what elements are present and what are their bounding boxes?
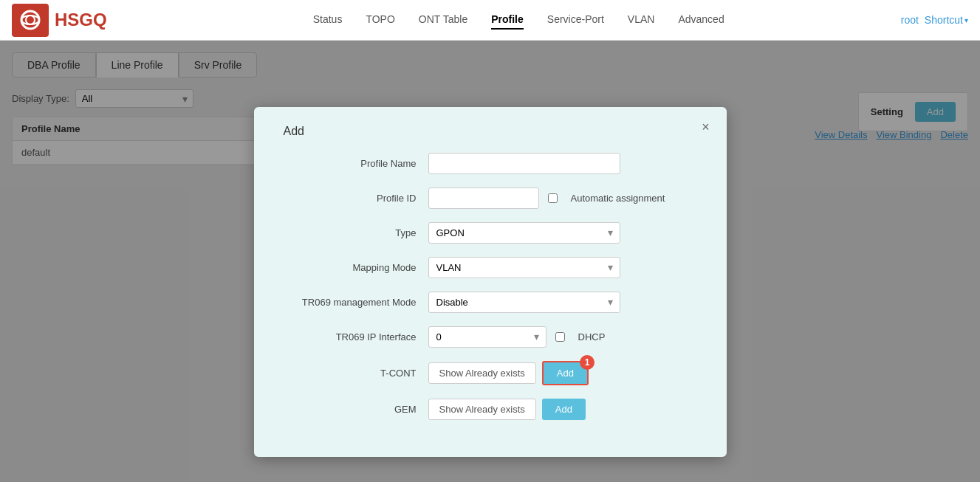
mapping-mode-select-wrap: VLAN GEM Port: [428, 257, 620, 278]
nav-right: root Shortcut ▾: [901, 14, 968, 26]
tr069-ip-group: 0 DHCP: [428, 326, 606, 348]
automatic-assignment-label: Automatic assignment: [571, 193, 665, 204]
gem-show-exists-button[interactable]: Show Already exists: [428, 399, 536, 420]
tr069-ip-label: TR069 IP Interface: [284, 331, 417, 342]
gem-label: GEM: [284, 404, 417, 415]
svg-rect-0: [12, 4, 49, 37]
tcont-row: T-CONT Show Already exists Add 1: [284, 361, 697, 385]
logo-area: HSGQ: [12, 4, 107, 37]
profile-name-row: Profile Name: [284, 153, 697, 174]
profile-id-label: Profile ID: [284, 193, 417, 204]
chevron-down-icon: ▾: [964, 16, 968, 24]
nav-status[interactable]: Status: [313, 10, 343, 30]
topbar: HSGQ Status TOPO ONT Table Profile Servi…: [0, 0, 980, 41]
page-content: DBA Profile Line Profile Srv Profile Dis…: [0, 41, 980, 482]
nav-topo[interactable]: TOPO: [366, 10, 394, 30]
profile-id-group: Automatic assignment: [428, 187, 665, 209]
profile-name-label: Profile Name: [284, 158, 417, 169]
nav-user: root: [901, 14, 919, 26]
tr069-mode-select[interactable]: Disable Enable: [428, 292, 620, 313]
dhcp-checkbox[interactable]: [555, 332, 565, 342]
nav-vlan[interactable]: VLAN: [628, 10, 655, 30]
modal-overlay: Add × Profile Name Profile ID Automatic …: [0, 41, 980, 482]
modal-title: Add: [284, 125, 697, 138]
tr069-ip-row: TR069 IP Interface 0 DHCP: [284, 326, 697, 348]
tcont-badge: 1: [580, 355, 594, 370]
mapping-mode-label: Mapping Mode: [284, 262, 417, 273]
dhcp-label: DHCP: [578, 331, 606, 342]
profile-id-row: Profile ID Automatic assignment: [284, 187, 697, 209]
type-select-wrap: GPON EPON: [428, 222, 620, 244]
tr069-mode-row: TR069 management Mode Disable Enable: [284, 292, 697, 313]
logo-icon: [12, 4, 49, 37]
tr069-mode-label: TR069 management Mode: [284, 297, 417, 308]
nav-service-port[interactable]: Service-Port: [547, 10, 604, 30]
automatic-assignment-checkbox[interactable]: [548, 193, 558, 203]
tcont-add-button[interactable]: Add 1: [542, 361, 589, 385]
type-select[interactable]: GPON EPON: [428, 222, 620, 244]
nav-ont-table[interactable]: ONT Table: [419, 10, 467, 30]
tcont-label: T-CONT: [284, 368, 417, 379]
tr069-mode-select-wrap: Disable Enable: [428, 292, 620, 313]
nav-advanced[interactable]: Advanced: [678, 10, 724, 30]
gem-add-button[interactable]: Add: [542, 399, 586, 420]
tr069-ip-select-wrap: 0: [428, 326, 546, 348]
mapping-mode-select[interactable]: VLAN GEM Port: [428, 257, 620, 278]
modal-dialog: Add × Profile Name Profile ID Automatic …: [254, 107, 727, 457]
profile-id-input[interactable]: [428, 187, 539, 209]
tcont-group: Show Already exists Add 1: [428, 361, 589, 385]
tr069-ip-select[interactable]: 0: [428, 326, 546, 348]
main-nav: Status TOPO ONT Table Profile Service-Po…: [137, 10, 901, 30]
profile-name-input[interactable]: [428, 153, 620, 174]
tcont-show-exists-button[interactable]: Show Already exists: [428, 362, 536, 384]
gem-group: Show Already exists Add: [428, 399, 586, 420]
nav-profile[interactable]: Profile: [491, 10, 524, 30]
gem-row: GEM Show Already exists Add: [284, 399, 697, 420]
type-label: Type: [284, 227, 417, 238]
modal-close-button[interactable]: ×: [697, 119, 715, 137]
logo-text: HSGQ: [55, 10, 107, 30]
mapping-mode-row: Mapping Mode VLAN GEM Port: [284, 257, 697, 278]
type-row: Type GPON EPON: [284, 222, 697, 244]
nav-shortcut[interactable]: Shortcut ▾: [925, 14, 968, 26]
